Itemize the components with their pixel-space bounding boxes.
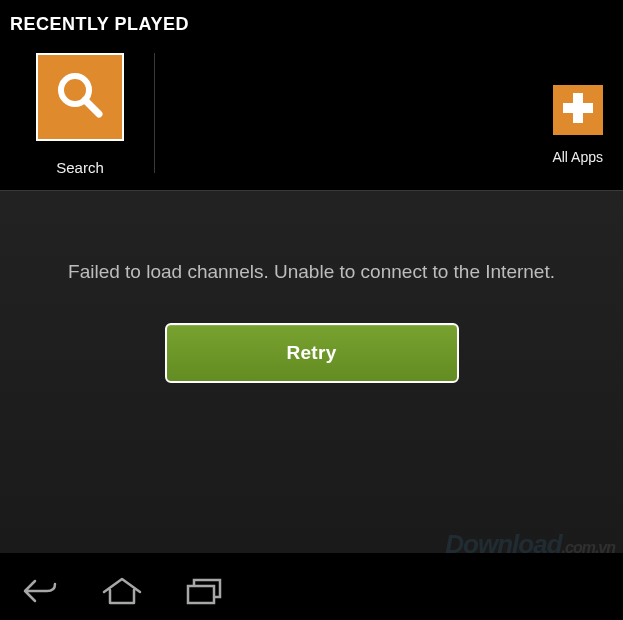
back-button[interactable] [18,573,62,613]
back-icon [23,577,57,609]
header: RECENTLY PLAYED [0,0,623,43]
svg-rect-4 [188,586,214,603]
search-tile [36,53,124,141]
svg-rect-3 [563,103,593,113]
all-apps-tile [553,85,603,135]
retry-button[interactable]: Retry [165,323,459,383]
home-button[interactable] [100,573,144,613]
all-apps-button[interactable]: All Apps [552,85,603,165]
search-button[interactable]: Search [30,53,130,176]
divider-vertical [154,53,155,173]
content-area: Failed to load channels. Unable to conne… [0,191,623,553]
search-icon [53,68,107,126]
recent-apps-button[interactable] [182,573,226,613]
error-message: Failed to load channels. Unable to conne… [58,261,565,283]
svg-line-1 [85,100,99,114]
page-title: RECENTLY PLAYED [10,14,613,35]
toolbar: Search All Apps [0,43,623,190]
all-apps-label: All Apps [552,149,603,165]
plus-icon [561,91,595,129]
search-label: Search [56,159,104,176]
home-icon [102,576,142,610]
android-navbar [0,566,623,620]
recent-apps-icon [186,577,222,609]
